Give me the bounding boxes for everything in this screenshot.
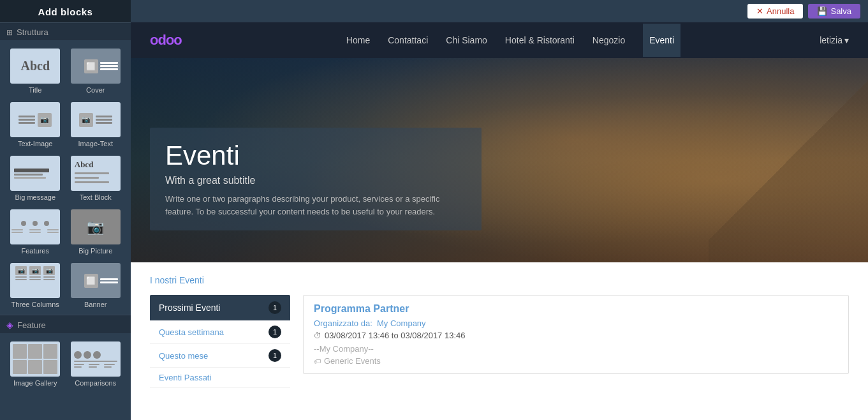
nav-user[interactable]: letizia ▾ [820, 35, 849, 45]
cln-6 [104, 366, 112, 368]
event-organizer: Organizzato da: My Company [314, 319, 838, 328]
ig-cell-2 [28, 344, 42, 359]
topbar: ✕ Annulla 💾 Salva [131, 0, 868, 22]
comp-row-1 [74, 351, 117, 359]
block-item-comparisons[interactable]: Comparisons [66, 336, 126, 390]
filter-count-questo-mese: 1 [268, 349, 281, 362]
nav-link-chi-siamo[interactable]: Chi Siamo [446, 35, 487, 45]
nav-user-name: letizia [820, 35, 842, 45]
block-item-text-block[interactable]: Abcd Text Block [66, 151, 126, 204]
sidebar-section-feature-label: Feature [17, 320, 46, 330]
comp-col-2 [89, 364, 102, 368]
nav-link-home[interactable]: Home [346, 35, 370, 45]
block-item-cover[interactable]: ⬜ Cover [66, 43, 126, 97]
tc-col-2: 📷 [29, 266, 41, 280]
camera-icon: 📷 [87, 219, 104, 236]
text-image-preview: 📷 [10, 102, 60, 137]
block-label-text-block: Text Block [80, 193, 112, 201]
fl-3-1 [47, 229, 59, 230]
tb-title: Abcd [75, 160, 94, 170]
cln-5 [104, 364, 115, 365]
filter-item-eventi-passati[interactable]: Eventi Passati [150, 368, 290, 388]
hero-subtitle: With a great subtitle [165, 175, 466, 186]
block-item-title[interactable]: Abcd Title [5, 43, 66, 97]
bm-line-1 [14, 169, 49, 172]
tc-ln-1 [15, 276, 27, 278]
block-thumb-cover: ⬜ [71, 49, 121, 84]
odoo-logo: odoo [150, 32, 182, 49]
block-item-text-image[interactable]: 📷 Text-Image [5, 97, 66, 151]
events-section-title: I nostri Eventi [150, 275, 849, 285]
ig-cell-1 [13, 344, 27, 359]
comp-col-1 [74, 364, 87, 368]
hero-content: Eventi With a great subtitle Write one o… [150, 128, 482, 230]
block-item-big-message[interactable]: Big message [5, 151, 66, 204]
comparisons-preview [71, 341, 121, 377]
ti-img: 📷 [38, 113, 52, 127]
block-item-big-picture[interactable]: 📷 Big Picture [66, 204, 126, 258]
hero-title: Eventi [165, 140, 466, 171]
bm-line-3 [14, 177, 46, 179]
save-button[interactable]: 💾 Salva [808, 4, 860, 19]
block-item-banner[interactable]: ⬜ Banner [66, 258, 126, 311]
block-thumb-image-gallery [10, 341, 60, 377]
cover-preview: ⬜ [71, 49, 121, 84]
logo-text: odoo [150, 32, 182, 48]
nav-link-eventi[interactable]: Eventi [643, 24, 680, 57]
comp-icon-1 [74, 351, 82, 359]
feat-line-group-2 [29, 229, 41, 233]
tb-line-1 [75, 172, 109, 174]
nav-link-negozio[interactable]: Negozio [592, 35, 625, 45]
ti-lines [18, 116, 35, 124]
events-filter-header: Prossimi Eventi 1 [150, 295, 290, 320]
block-item-image-text[interactable]: 📷 Image-Text [66, 97, 126, 151]
tb-line-3 [75, 181, 109, 183]
nav-link-hotel[interactable]: Hotel & Ristoranti [505, 35, 575, 45]
filter-item-questa-settimana[interactable]: Questa settimana 1 [150, 320, 290, 344]
comp-divider [74, 361, 117, 362]
main-area: ✕ Annulla 💾 Salva odoo Home Contattaci C… [131, 0, 868, 420]
block-label-big-picture: Big Picture [78, 247, 112, 255]
banner-img-icon: ⬜ [84, 274, 98, 288]
cancel-button[interactable]: ✕ Annulla [747, 4, 803, 19]
fl-1-2 [11, 232, 23, 233]
event-organizer-name[interactable]: My Company [377, 319, 426, 328]
block-thumb-title: Abcd [10, 49, 60, 84]
it-img: 📷 [79, 113, 93, 127]
filter-item-questo-mese[interactable]: Questo mese 1 [150, 344, 290, 368]
nav-link-contattaci[interactable]: Contattaci [388, 35, 428, 45]
block-item-three-columns[interactable]: 📷 📷 📷 Three Column [5, 258, 66, 311]
ti-line-2 [18, 119, 35, 121]
block-thumb-big-message [10, 156, 60, 191]
event-date-text: 03/08/2017 13:46 to 03/08/2017 13:46 [325, 331, 465, 340]
block-label-cover: Cover [86, 86, 105, 94]
banner-preview: ⬜ [71, 263, 121, 298]
threecol-preview: 📷 📷 📷 [10, 263, 60, 298]
bigmsg-preview [10, 156, 60, 191]
cover-line-2 [100, 65, 118, 67]
filter-count-questa-settimana: 1 [268, 326, 281, 338]
block-label-text-image: Text-Image [18, 140, 52, 147]
it-line-2 [96, 119, 112, 121]
filter-header-label: Prossimi Eventi [159, 303, 220, 313]
cln-1 [74, 364, 85, 365]
comp-row-2 [74, 364, 117, 368]
block-item-image-gallery[interactable]: Image Gallery [5, 336, 66, 390]
feat-dot-1 [21, 221, 26, 226]
save-label: Salva [830, 6, 851, 16]
event-date: ⏱ 03/08/2017 13:46 to 03/08/2017 13:46 [314, 331, 838, 340]
block-thumb-banner: ⬜ [71, 263, 121, 298]
block-item-features[interactable]: Features [5, 204, 66, 258]
struttura-block-grid: Abcd Title ⬜ Cover [0, 40, 131, 315]
feat-dot-3 [44, 221, 49, 226]
cancel-label: Annulla [767, 6, 794, 16]
event-tags-text: Generic Events [324, 356, 381, 366]
feat-dots [21, 221, 49, 226]
block-thumb-comparisons [71, 341, 121, 377]
block-label-big-message: Big message [15, 193, 55, 201]
sidebar-section-struttura: ⊞ Struttura [0, 22, 131, 40]
cover-line-3 [100, 68, 118, 70]
bigpic-preview: 📷 [71, 209, 121, 244]
event-title[interactable]: Programma Partner [314, 303, 838, 315]
tc-col-3: 📷 [43, 266, 55, 280]
